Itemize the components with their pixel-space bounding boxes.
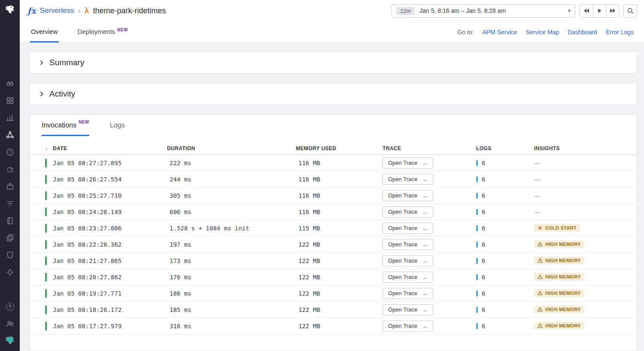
row-logs-cell[interactable]: 6 xyxy=(476,257,534,264)
sidebar-item-watchdog[interactable] xyxy=(1,75,18,92)
row-date: Jan 05 08:21:27.865 xyxy=(53,257,167,264)
open-trace-label: Open Trace xyxy=(388,241,417,248)
row-insight: HIGH MEMORY xyxy=(534,257,637,265)
row-logs-cell[interactable]: 6 xyxy=(476,176,534,183)
row-logs-cell[interactable]: 6 xyxy=(476,209,534,215)
open-trace-button[interactable]: Open Trace → xyxy=(383,288,433,299)
open-trace-button[interactable]: Open Trace → xyxy=(383,157,433,169)
sidebar-item-synthetics[interactable] xyxy=(1,160,18,178)
sidebar-item-integrations[interactable] xyxy=(1,178,18,195)
breadcrumb-product-link[interactable]: Serverless xyxy=(40,6,74,15)
row-memory-cell: 122 MB xyxy=(296,306,383,313)
status-indicator xyxy=(45,322,47,330)
link-apm-service[interactable]: APM Service xyxy=(482,29,517,36)
open-trace-label: Open Trace xyxy=(388,290,417,297)
sidebar-item-apm[interactable] xyxy=(1,126,18,143)
skip-back-button[interactable] xyxy=(580,5,593,17)
row-logs-cell[interactable]: 6 xyxy=(476,241,534,248)
tab-logs[interactable]: Logs xyxy=(110,121,125,136)
row-logs-cell[interactable]: 6 xyxy=(476,306,534,313)
page-content: Summary Activity Invocations NEW Logs xyxy=(20,43,644,351)
row-logs-count: 6 xyxy=(482,290,485,297)
sidebar-item-dashboards[interactable] xyxy=(1,92,18,109)
open-trace-label: Open Trace xyxy=(388,257,417,264)
open-trace-button[interactable]: Open Trace → xyxy=(383,206,433,218)
row-logs-cell[interactable]: 6 xyxy=(476,225,534,232)
open-trace-button[interactable]: Open Trace → xyxy=(383,272,433,283)
open-trace-button[interactable]: Open Trace → xyxy=(383,304,433,315)
zoom-button[interactable] xyxy=(623,4,637,18)
time-range-picker[interactable]: 12m Jan 5, 8:16 am – Jan 5, 8:28 am ▾ xyxy=(392,4,575,18)
warning-icon xyxy=(538,307,543,312)
warning-icon xyxy=(538,323,543,328)
sidebar-item-pipelines[interactable] xyxy=(1,195,18,212)
sort-arrow-icon: ↓ xyxy=(45,145,53,151)
row-indicator-cell xyxy=(45,306,53,314)
sidebar-item-monitors[interactable] xyxy=(1,143,18,160)
row-indicator-cell xyxy=(45,224,53,233)
sidebar-item-rum[interactable] xyxy=(1,263,18,281)
tab-overview[interactable]: Overview xyxy=(30,21,59,42)
row-memory-cell: 116 MB xyxy=(296,160,383,166)
arrow-right-icon: → xyxy=(422,160,428,166)
magnifier-icon xyxy=(627,8,634,14)
summary-panel-header[interactable]: Summary xyxy=(29,51,637,74)
sidebar-item-teams[interactable] xyxy=(1,315,18,332)
row-logs-cell[interactable]: 6 xyxy=(476,192,534,199)
row-trace-cell: Open Trace → xyxy=(383,223,476,234)
sidebar-item-metrics[interactable] xyxy=(1,109,18,126)
breadcrumb: ƒx Serverless › λ theme-park-ridetimes xyxy=(27,6,166,15)
row-duration-cell: 186 ms xyxy=(167,290,296,297)
open-trace-button[interactable]: Open Trace → xyxy=(383,321,433,332)
row-insight: HIGH MEMORY xyxy=(534,306,637,314)
column-header-date[interactable]: DATE xyxy=(53,145,167,151)
row-insight: — xyxy=(534,208,637,216)
sidebar-item-security[interactable] xyxy=(1,246,18,263)
open-trace-button[interactable]: Open Trace → xyxy=(383,239,433,250)
arrow-right-icon: → xyxy=(422,241,428,248)
open-trace-button[interactable]: Open Trace → xyxy=(383,255,433,266)
skip-forward-button[interactable] xyxy=(606,5,619,17)
warning-icon xyxy=(538,242,543,247)
top-bar: ƒx Serverless › λ theme-park-ridetimes 1… xyxy=(20,0,644,21)
open-trace-button[interactable]: Open Trace → xyxy=(383,174,433,185)
row-memory-cell: 122 MB xyxy=(296,290,383,297)
sidebar-item-notebooks[interactable] xyxy=(1,212,18,229)
open-trace-button[interactable]: Open Trace → xyxy=(383,190,433,201)
row-logs-count: 6 xyxy=(482,209,485,215)
datadog-logo-icon[interactable] xyxy=(0,0,20,20)
arrow-right-icon: → xyxy=(422,290,428,297)
tab-invocations[interactable]: Invocations NEW xyxy=(42,121,89,136)
chevron-right-icon xyxy=(38,60,43,65)
table-row: Jan 05 08:25:27.710 305 ms 116 MB Open T… xyxy=(30,188,637,204)
play-button[interactable] xyxy=(593,5,606,17)
crosshair-icon xyxy=(6,268,15,277)
binoculars-icon xyxy=(6,79,15,88)
topbar-controls: 12m Jan 5, 8:16 am – Jan 5, 8:28 am ▾ xyxy=(392,4,637,18)
row-logs-cell[interactable]: 6 xyxy=(476,290,534,297)
link-dashboard[interactable]: Dashboard xyxy=(568,29,597,36)
row-indicator-cell xyxy=(45,208,53,216)
row-indicator-cell xyxy=(45,191,53,200)
row-memory: 122 MB xyxy=(296,323,383,330)
row-indicator-cell xyxy=(45,289,53,298)
new-badge: NEW xyxy=(79,120,89,124)
table-row: Jan 05 08:27:27.895 222 ms 116 MB Open T… xyxy=(30,155,637,171)
activity-panel-header[interactable]: Activity xyxy=(29,83,637,105)
sidebar-item-help[interactable]: ? xyxy=(1,298,18,315)
tab-deployments[interactable]: Deployments NEW xyxy=(77,21,129,42)
row-duration-cell: 176 ms xyxy=(167,274,296,281)
help-icon: ? xyxy=(6,303,14,311)
open-trace-button[interactable]: Open Trace → xyxy=(383,223,433,234)
arrow-right-icon: → xyxy=(422,323,428,330)
link-service-map[interactable]: Service Map xyxy=(526,29,559,36)
row-logs-cell[interactable]: 6 xyxy=(476,274,534,281)
sidebar-item-logs[interactable] xyxy=(1,229,18,246)
row-logs-count: 6 xyxy=(482,192,485,199)
sidebar-item-bits[interactable] xyxy=(1,332,18,349)
row-logs-cell[interactable]: 6 xyxy=(476,323,534,330)
table-row: Jan 05 08:21:27.865 173 ms 122 MB Open T… xyxy=(30,253,637,269)
link-error-logs[interactable]: Error Logs xyxy=(606,29,634,36)
row-logs-cell[interactable]: 6 xyxy=(476,160,534,166)
row-duration: 173 ms xyxy=(170,257,191,264)
